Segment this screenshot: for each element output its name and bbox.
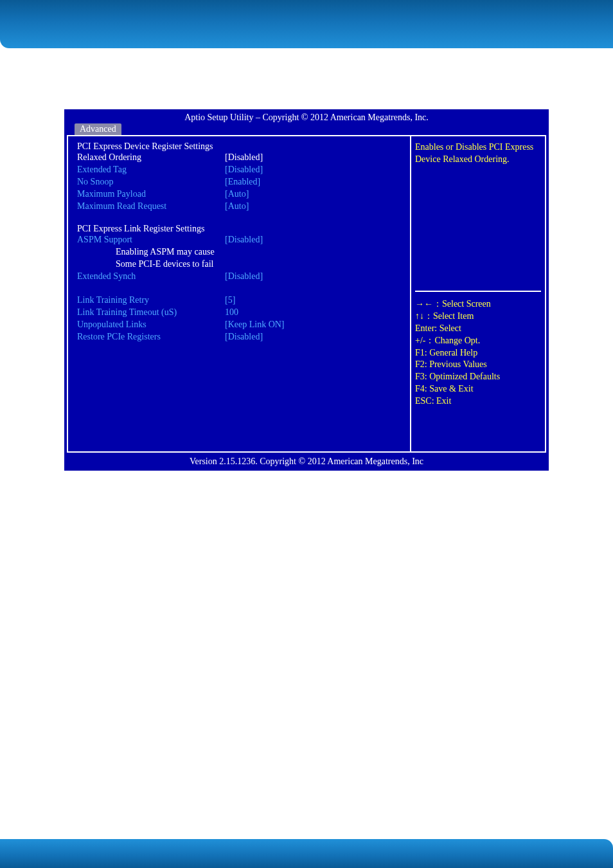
option-link-training-retry[interactable]: Link Training Retry [5] [77, 294, 404, 307]
tab-row: Advanced [66, 123, 547, 135]
option-restore-pcie-registers[interactable]: Restore PCIe Registers [Disabled] [77, 331, 404, 343]
bios-title: Aptio Setup Utility – Copyright © 2012 A… [66, 111, 547, 123]
nav-f1: F1: General Help [415, 347, 541, 359]
nav-enter: Enter: Select [415, 323, 541, 335]
option-label: Link Training Retry [77, 294, 225, 307]
option-label: Unpopulated Links [77, 319, 225, 331]
option-value: [Auto] [225, 188, 249, 201]
option-value: [Enabled] [225, 176, 260, 188]
option-value: [Disabled] [225, 152, 263, 164]
option-value: [Disabled] [225, 271, 263, 283]
option-no-snoop[interactable]: No Snoop [Enabled] [77, 176, 404, 188]
option-unpopulated-links[interactable]: Unpopulated Links [Keep Link ON] [77, 319, 404, 331]
option-label: ASPM Support [77, 234, 225, 246]
help-description: Enables or Disables PCI Express Device R… [415, 141, 541, 166]
section-device-register: PCI Express Device Register Settings [77, 141, 404, 152]
option-value: [Disabled] [225, 331, 263, 343]
option-value: [Disabled] [225, 164, 263, 176]
option-link-training-timeout[interactable]: Link Training Timeout (uS) 100 [77, 307, 404, 319]
aspm-note-1: Enabling ASPM may cause [77, 246, 404, 258]
option-label: Extended Tag [77, 164, 225, 176]
option-label: No Snoop [77, 176, 225, 188]
nav-select-screen: →←：Select Screen [415, 298, 541, 311]
tab-advanced[interactable]: Advanced [75, 123, 121, 135]
bios-body: PCI Express Device Register Settings Rel… [67, 135, 546, 453]
help-pane: Enables or Disables PCI Express Device R… [410, 136, 545, 451]
section-link-register: PCI Express Link Register Settings [77, 224, 404, 234]
option-label: Maximum Payload [77, 188, 225, 201]
settings-pane: PCI Express Device Register Settings Rel… [68, 136, 410, 451]
bios-footer: Version 2.15.1236. Copyright © 2012 Amer… [66, 454, 547, 469]
option-value: [5] [225, 294, 235, 307]
option-value: [Disabled] [225, 234, 263, 246]
option-aspm-support[interactable]: ASPM Support [Disabled] [77, 234, 404, 246]
option-label: Link Training Timeout (uS) [77, 307, 225, 319]
option-label: Maximum Read Request [77, 201, 225, 213]
nav-f2: F2: Previous Values [415, 359, 541, 371]
option-max-payload[interactable]: Maximum Payload [Auto] [77, 188, 404, 201]
nav-select-item: ↑↓：Select Item [415, 311, 541, 323]
nav-change-opt: +/-：Change Opt. [415, 335, 541, 347]
navigation-help: →←：Select Screen ↑↓：Select Item Enter: S… [415, 291, 541, 408]
option-max-read-request[interactable]: Maximum Read Request [Auto] [77, 201, 404, 213]
nav-esc: ESC: Exit [415, 395, 541, 408]
nav-f4: F4: Save & Exit [415, 383, 541, 395]
page-bottom-banner [0, 839, 613, 868]
bios-window: Aptio Setup Utility – Copyright © 2012 A… [64, 109, 549, 471]
option-value: [Auto] [225, 201, 249, 213]
option-extended-synch[interactable]: Extended Synch [Disabled] [77, 271, 404, 283]
option-extended-tag[interactable]: Extended Tag [Disabled] [77, 164, 404, 176]
option-value: 100 [225, 307, 238, 319]
option-value: [Keep Link ON] [225, 319, 285, 331]
option-label: Relaxed Ordering [77, 152, 225, 164]
option-relaxed-ordering[interactable]: Relaxed Ordering [Disabled] [77, 152, 404, 164]
option-label: Restore PCIe Registers [77, 331, 225, 343]
aspm-note-2: Some PCI-E devices to fail [77, 258, 404, 271]
option-label: Extended Synch [77, 271, 225, 283]
nav-f3: F3: Optimized Defaults [415, 371, 541, 383]
page-top-banner [0, 0, 613, 48]
